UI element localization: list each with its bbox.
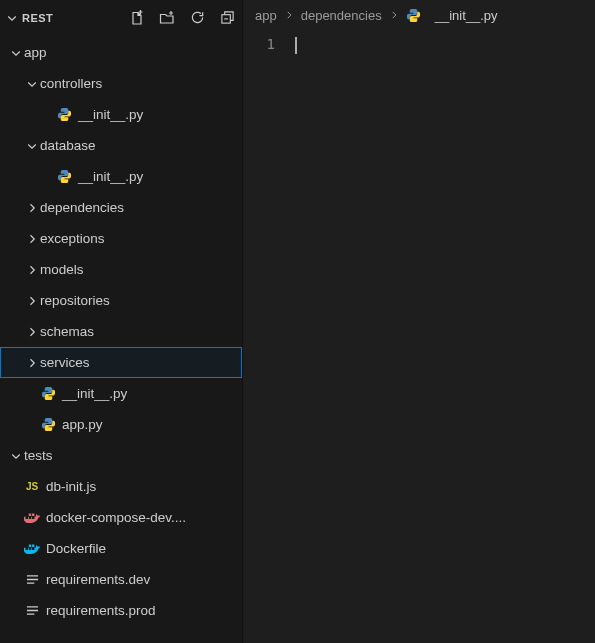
editor-body: 1 bbox=[243, 30, 595, 643]
javascript-icon: JS bbox=[24, 479, 40, 495]
tree-item-label: requirements.prod bbox=[46, 603, 156, 618]
new-folder-icon[interactable] bbox=[158, 9, 176, 27]
explorer-header: REST bbox=[0, 0, 242, 35]
tree-folder[interactable]: tests bbox=[0, 440, 242, 471]
chevron-right-icon[interactable] bbox=[24, 355, 40, 371]
chevron-right-icon[interactable] bbox=[24, 231, 40, 247]
tree-file[interactable]: app.py bbox=[0, 409, 242, 440]
tree-item-label: Dockerfile bbox=[46, 541, 106, 556]
tree-folder[interactable]: dependencies bbox=[0, 192, 242, 223]
chevron-down-icon[interactable] bbox=[24, 138, 40, 154]
text-file-icon bbox=[24, 603, 40, 619]
explorer-actions bbox=[128, 9, 236, 27]
tree-item-label: tests bbox=[24, 448, 53, 463]
tree-file[interactable]: requirements.prod bbox=[0, 595, 242, 626]
tree-file[interactable]: __init__.py bbox=[0, 161, 242, 192]
tree-item-label: __init__.py bbox=[78, 107, 143, 122]
chevron-down-icon[interactable] bbox=[8, 45, 24, 61]
tree-folder[interactable]: repositories bbox=[0, 285, 242, 316]
chevron-right-icon[interactable] bbox=[24, 262, 40, 278]
tree-item-label: controllers bbox=[40, 76, 102, 91]
tree-file[interactable]: Dockerfile bbox=[0, 533, 242, 564]
tree-file[interactable]: __init__.py bbox=[0, 378, 242, 409]
explorer-title: REST bbox=[22, 12, 53, 24]
python-icon bbox=[406, 7, 422, 23]
new-file-icon[interactable] bbox=[128, 9, 146, 27]
python-icon bbox=[40, 386, 56, 402]
tree-folder[interactable]: exceptions bbox=[0, 223, 242, 254]
tree-item-label: docker-compose-dev.... bbox=[46, 510, 186, 525]
tree-item-label: dependencies bbox=[40, 200, 124, 215]
chevron-down-icon[interactable] bbox=[8, 448, 24, 464]
docker-compose-icon bbox=[24, 510, 40, 526]
tree-item-label: __init__.py bbox=[78, 169, 143, 184]
python-icon bbox=[56, 169, 72, 185]
docker-icon bbox=[24, 541, 40, 557]
tree-file[interactable]: docker-compose-dev.... bbox=[0, 502, 242, 533]
tree-file[interactable]: JSdb-init.js bbox=[0, 471, 242, 502]
tree-item-label: schemas bbox=[40, 324, 94, 339]
tree-file[interactable]: requirements.dev bbox=[0, 564, 242, 595]
line-number: 1 bbox=[243, 36, 275, 52]
chevron-right-icon bbox=[284, 10, 294, 20]
tree-item-label: app.py bbox=[62, 417, 103, 432]
tree-item-label: database bbox=[40, 138, 96, 153]
chevron-down-icon[interactable] bbox=[24, 76, 40, 92]
tree-item-label: db-init.js bbox=[46, 479, 96, 494]
explorer-sidebar: REST appcontrollers__init__.pydatabase__… bbox=[0, 0, 242, 643]
chevron-right-icon[interactable] bbox=[24, 200, 40, 216]
chevron-right-icon[interactable] bbox=[24, 293, 40, 309]
tree-folder[interactable]: app bbox=[0, 37, 242, 68]
tree-file[interactable]: __init__.py bbox=[0, 99, 242, 130]
tree-item-label: repositories bbox=[40, 293, 110, 308]
text-file-icon bbox=[24, 572, 40, 588]
tree-folder[interactable]: schemas bbox=[0, 316, 242, 347]
collapse-all-icon[interactable] bbox=[218, 9, 236, 27]
tree-folder[interactable]: models bbox=[0, 254, 242, 285]
python-icon bbox=[40, 417, 56, 433]
tree-item-label: __init__.py bbox=[62, 386, 127, 401]
tree-item-label: exceptions bbox=[40, 231, 105, 246]
file-tree[interactable]: appcontrollers__init__.pydatabase__init_… bbox=[0, 35, 242, 643]
code-area[interactable] bbox=[295, 30, 595, 643]
python-icon bbox=[56, 107, 72, 123]
chevron-right-icon bbox=[389, 10, 399, 20]
tree-folder[interactable]: controllers bbox=[0, 68, 242, 99]
tree-item-label: services bbox=[40, 355, 90, 370]
chevron-right-icon[interactable] bbox=[24, 324, 40, 340]
chevron-down-icon[interactable] bbox=[4, 10, 20, 26]
tree-item-label: app bbox=[24, 45, 47, 60]
tree-folder[interactable]: database bbox=[0, 130, 242, 161]
tree-item-label: models bbox=[40, 262, 84, 277]
tree-item-label: requirements.dev bbox=[46, 572, 150, 587]
breadcrumb-segment[interactable]: dependencies bbox=[301, 8, 382, 23]
breadcrumb-file[interactable]: __init__.py bbox=[435, 8, 498, 23]
editor-pane: app dependencies __init__.py 1 bbox=[242, 0, 595, 643]
breadcrumb-segment[interactable]: app bbox=[255, 8, 277, 23]
line-gutter: 1 bbox=[243, 30, 295, 643]
tree-folder[interactable]: services bbox=[0, 347, 242, 378]
refresh-icon[interactable] bbox=[188, 9, 206, 27]
breadcrumb[interactable]: app dependencies __init__.py bbox=[243, 0, 595, 30]
